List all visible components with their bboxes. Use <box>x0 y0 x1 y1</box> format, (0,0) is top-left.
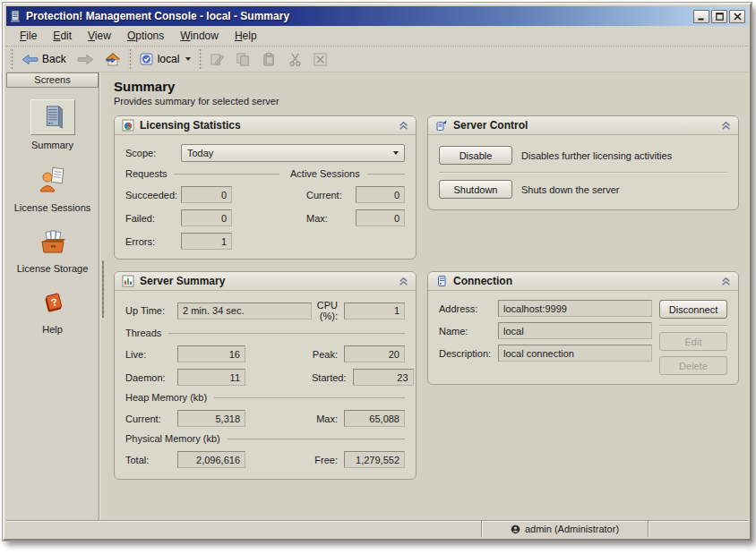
app-icon <box>9 10 21 22</box>
cpu-label: CPU (%): <box>312 300 344 321</box>
failed-label: Failed: <box>125 213 181 224</box>
description-label: Description: <box>439 348 498 359</box>
statusbar-message-cell <box>6 521 481 537</box>
toolbar: Back local <box>6 46 748 72</box>
menu-file[interactable]: File <box>12 27 45 45</box>
collapse-chevron-icon[interactable] <box>399 277 408 286</box>
storage-drawer-icon <box>39 228 67 255</box>
back-button[interactable]: Back <box>16 50 72 68</box>
back-label: Back <box>42 53 66 65</box>
home-button[interactable] <box>99 49 126 69</box>
sidebar-item-label: Summary <box>6 140 99 150</box>
cpu-field: 1 <box>344 303 405 320</box>
failed-field: 0 <box>181 209 232 226</box>
server-control-icon <box>435 119 448 132</box>
forward-icon <box>77 54 94 65</box>
delete-button <box>308 50 332 69</box>
statusbar-user-cell: admin (Administrator) <box>481 521 648 537</box>
divider <box>439 172 727 173</box>
screens-header: Screens <box>6 72 99 88</box>
menu-help[interactable]: Help <box>227 27 265 45</box>
statusbar-user: admin (Administrator) <box>525 524 619 534</box>
help-book-icon: ? <box>39 289 66 316</box>
pie-chart-icon <box>122 119 134 132</box>
sidebar-splitter[interactable] <box>99 72 105 520</box>
delete-button: Delete <box>659 356 727 375</box>
main-panel: Summary Provides summary for selected se… <box>105 72 748 520</box>
toolbar-grip <box>198 48 202 70</box>
page-subtitle: Provides summary for selected server <box>114 96 739 107</box>
max-field: 0 <box>356 209 405 226</box>
user-icon <box>511 524 520 534</box>
collapse-chevron-icon[interactable] <box>721 121 731 131</box>
server-control-header: Server Control <box>428 116 738 135</box>
sidebar-item-summary[interactable]: Summary <box>6 99 99 150</box>
connection-dropdown-button[interactable]: local <box>134 49 197 69</box>
shutdown-button[interactable]: Shutdown <box>439 180 512 199</box>
maximize-button[interactable] <box>711 10 727 23</box>
server-summary-panel: Server Summary Up Time: 2 min. 34 sec. C… <box>114 271 417 480</box>
window-title: Protection! Management Console - local -… <box>26 10 289 22</box>
licensing-statistics-header: Licensing Statistics <box>115 116 416 135</box>
titlebar: Protection! Management Console - local -… <box>6 6 748 26</box>
heap-max-label: Max: <box>312 413 344 424</box>
screens-sidebar: Screens Summary License Sessions License… <box>6 72 99 520</box>
home-icon <box>105 52 121 66</box>
panel-title: Server Summary <box>140 275 225 287</box>
divider <box>659 325 727 326</box>
address-field: localhost:9999 <box>498 300 652 317</box>
physical-free-label: Free: <box>312 455 344 465</box>
daemon-field: 11 <box>177 369 245 386</box>
description-field: local connection <box>498 345 652 362</box>
connection-header: Connection <box>428 272 738 291</box>
paste-button <box>256 49 282 70</box>
menu-view[interactable]: View <box>80 27 119 45</box>
live-field: 16 <box>177 345 245 362</box>
succeeded-field: 0 <box>181 186 232 203</box>
splitter-grip-icon <box>102 260 104 318</box>
licensing-statistics-panel: Licensing Statistics Scope: Today R <box>114 115 417 260</box>
menu-edit[interactable]: Edit <box>45 27 80 45</box>
scope-select[interactable]: Today <box>181 144 405 162</box>
copy-button <box>230 49 256 70</box>
edit-button: Edit <box>659 332 727 351</box>
page-title: Summary <box>114 79 739 94</box>
statusbar-right-cell <box>648 521 748 537</box>
sidebar-item-license-storage[interactable]: License Storage <box>6 225 99 274</box>
sidebar-item-label: License Storage <box>6 263 99 274</box>
toolbar-grip <box>128 48 133 70</box>
disable-button[interactable]: Disable <box>439 146 512 165</box>
connection-panel: Connection Address: localhost:9999 Name:… <box>427 271 739 385</box>
menu-window[interactable]: Window <box>172 27 227 45</box>
errors-field: 1 <box>181 233 232 250</box>
close-button[interactable] <box>729 10 745 23</box>
threads-group-label: Threads <box>125 328 405 338</box>
back-icon <box>21 54 39 65</box>
daemon-label: Daemon: <box>125 372 177 383</box>
active-sessions-group-label: Active Sessions <box>290 168 405 179</box>
physical-free-field: 1,279,552 <box>344 451 405 468</box>
physical-total-field: 2,096,616 <box>177 451 245 468</box>
started-label: Started: <box>312 372 353 383</box>
panel-title: Server Control <box>453 119 528 132</box>
server-control-panel: Server Control Disable Disables further … <box>427 115 739 210</box>
max-label: Max: <box>306 213 356 224</box>
current-field: 0 <box>356 186 405 203</box>
minimize-button[interactable] <box>693 10 709 23</box>
menu-options[interactable]: Options <box>119 27 172 45</box>
name-field: local <box>498 322 652 339</box>
sidebar-item-help[interactable]: ? Help <box>6 286 99 335</box>
panel-title: Connection <box>453 275 512 287</box>
connection-icon <box>140 52 154 66</box>
menubar: File Edit View Options Window Help <box>6 26 748 46</box>
collapse-chevron-icon[interactable] <box>721 277 731 286</box>
chevron-down-icon <box>393 151 399 155</box>
statusbar: admin (Administrator) <box>6 520 748 537</box>
sidebar-item-license-sessions[interactable]: License Sessions <box>6 162 99 213</box>
forward-button <box>72 51 99 68</box>
disconnect-button[interactable]: Disconnect <box>659 300 727 319</box>
panel-title: Licensing Statistics <box>140 119 241 132</box>
address-label: Address: <box>439 303 498 314</box>
peak-field: 20 <box>344 345 405 362</box>
collapse-chevron-icon[interactable] <box>399 121 408 131</box>
